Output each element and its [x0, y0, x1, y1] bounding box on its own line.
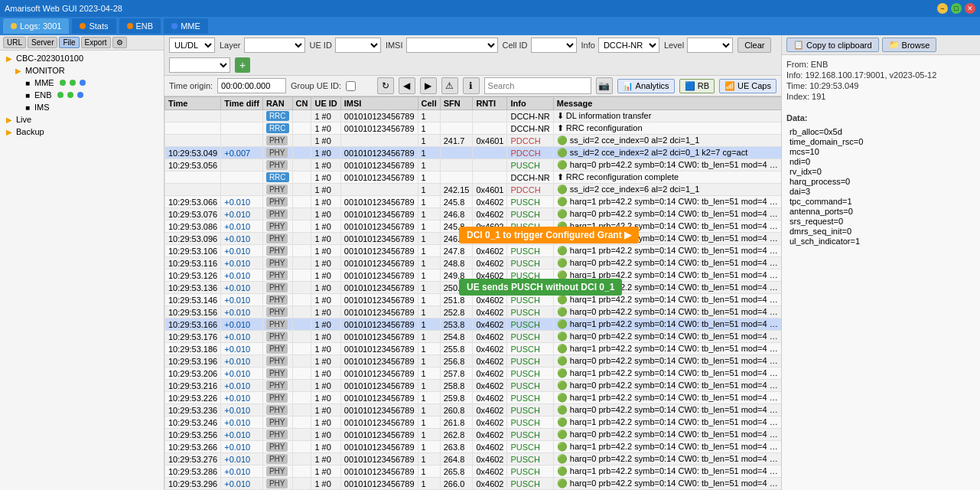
group-ueid-checkbox[interactable]	[346, 81, 356, 91]
sidebar-item-backup[interactable]: ▶ Backup	[2, 126, 162, 138]
sidebar-item-cbc[interactable]: ▶ CBC-2023010100	[2, 52, 162, 64]
sidebar-nav-btn[interactable]: URL	[3, 37, 26, 48]
info-select[interactable]: DCCH-NR	[598, 38, 659, 53]
table-container[interactable]: Time Time diff RAN CN UE ID IMSI Cell SF…	[164, 96, 781, 490]
cell-cell: 1	[418, 220, 440, 233]
cell-cell: 1	[418, 257, 440, 270]
table-row[interactable]: 10:29:53.226 +0.010 PHY 1 #0 00101012345…	[165, 392, 782, 404]
add-filter-button[interactable]: +	[235, 57, 250, 73]
table-row[interactable]: RRC 1 #0 001010123456789 1 DCCH-NR ⬆ RRC…	[165, 172, 782, 184]
table-row[interactable]: RRC 1 #0 001010123456789 1 DCCH-NR ⬇ DL …	[165, 110, 782, 122]
camera-icon-button[interactable]: 📷	[596, 77, 613, 94]
table-row[interactable]: 10:29:53.296 +0.010 PHY 1 #0 00101012345…	[165, 478, 782, 490]
browse-button[interactable]: 📁 Browse	[882, 38, 937, 52]
cell-cell: 1	[418, 122, 440, 135]
table-row[interactable]: 10:29:53.126 +0.010 PHY 1 #0 00101012345…	[165, 270, 782, 282]
table-row[interactable]: 10:29:53.186 +0.010 PHY 1 #0 00101012345…	[165, 343, 782, 355]
time-origin-input[interactable]	[217, 78, 286, 93]
table-row[interactable]: 10:29:53.276 +0.010 PHY 1 #0 00101012345…	[165, 453, 782, 466]
table-row[interactable]: PHY 1 #0 1 241.7 0x4601 PDCCH 🟢 ss_id=2 …	[165, 135, 782, 147]
ue-caps-button[interactable]: 📶 UE Caps	[719, 79, 777, 93]
imsi-select[interactable]	[406, 38, 498, 53]
table-row[interactable]: 10:29:53.106 +0.010 PHY 1 #0 00101012345…	[165, 245, 782, 257]
cell-rnti: 0x4602	[473, 270, 507, 282]
cell-message: 🟢 harq=0 prb=42.2 symb=0:14 CW0: tb_len=…	[553, 380, 781, 392]
cell-message: 🟢 harq=0 prb=42.2 symb=0:14 CW0: tb_len=…	[553, 404, 781, 416]
table-row[interactable]: 10:29:53.086 +0.010 PHY 1 #0 00101012345…	[165, 220, 782, 233]
sidebar-label-cbc: CBC-2023010100	[16, 54, 83, 63]
cell-ran: PHY	[262, 270, 292, 282]
sidebar-server-btn[interactable]: Server	[28, 37, 57, 48]
table-row[interactable]: 10:29:53.266 +0.010 PHY 1 #0 00101012345…	[165, 441, 782, 453]
sidebar-item-ims[interactable]: ■ IMS	[2, 101, 162, 113]
table-row[interactable]: 10:29:53.166 +0.010 PHY 1 #0 00101012345…	[165, 318, 782, 331]
cell-imsi: 001010123456789	[340, 245, 418, 257]
mode-select[interactable]: UL/DL UL DL	[169, 38, 215, 53]
warning-icon-button[interactable]: ⚠	[441, 77, 458, 94]
layer-select[interactable]	[244, 38, 305, 53]
table-row[interactable]: 10:29:53.049 +0.007 PHY 1 #0 00101012345…	[165, 147, 782, 159]
cell-sfn: 255.8	[440, 343, 473, 355]
table-row[interactable]: 10:29:53.286 +0.010 PHY 1 #0 00101012345…	[165, 466, 782, 478]
cell-imsi: 001010123456789	[340, 368, 418, 380]
info-badge: PUSCH	[510, 198, 540, 207]
level-select[interactable]	[687, 38, 733, 53]
cell-time: 10:29:53.076	[165, 208, 221, 220]
ueid-group: UE ID	[310, 38, 381, 53]
close-button[interactable]: ✕	[965, 3, 975, 14]
layer-badge: PHY	[266, 136, 288, 145]
cell-time: 10:29:53.276	[165, 453, 221, 466]
sidebar-item-mme[interactable]: ■ MME	[2, 77, 162, 89]
table-row[interactable]: 10:29:53.206 +0.010 PHY 1 #0 00101012345…	[165, 368, 782, 380]
copy-clipboard-button[interactable]: 📋 Copy to clipboard	[786, 38, 879, 52]
cell-cell: 1	[418, 453, 440, 466]
table-row[interactable]: PHY 1 #0 1 242.15 0x4601 PDCCH 🟢 ss_id=2…	[165, 184, 782, 196]
refresh-icon-button[interactable]: ↻	[377, 77, 394, 94]
level-group: Level	[664, 38, 733, 53]
table-row[interactable]: 10:29:53.176 +0.010 PHY 1 #0 00101012345…	[165, 331, 782, 343]
tab-logs[interactable]: Logs: 3001	[3, 18, 69, 34]
table-row[interactable]: 10:29:53.136 +0.010 PHY 1 #0 00101012345…	[165, 282, 782, 294]
table-row[interactable]: 10:29:53.216 +0.010 PHY 1 #0 00101012345…	[165, 380, 782, 392]
sidebar-file-btn[interactable]: File	[59, 37, 79, 48]
clear-button[interactable]: Clear	[737, 38, 771, 53]
table-row[interactable]: RRC 1 #0 001010123456789 1 DCCH-NR ⬆ RRC…	[165, 122, 782, 135]
analytics-button[interactable]: 📊 Analytics	[617, 79, 675, 93]
col-imsi: IMSI	[340, 97, 418, 110]
cellid-select[interactable]	[531, 38, 577, 53]
cell-ueid: 1 #0	[311, 294, 340, 306]
table-row[interactable]: 10:29:53.056 PHY 1 #0 001010123456789 1 …	[165, 159, 782, 172]
info-icon-button[interactable]: ℹ	[463, 77, 480, 94]
cell-rnti: 0x4602	[473, 220, 507, 233]
tab-enb[interactable]: ENB	[119, 18, 161, 34]
table-row[interactable]: 10:29:53.156 +0.010 PHY 1 #0 00101012345…	[165, 306, 782, 318]
sidebar-item-monitor[interactable]: ▶ MONITOR	[2, 64, 162, 77]
back-icon-button[interactable]: ◀	[399, 77, 415, 94]
table-row[interactable]: 10:29:53.066 +0.010 PHY 1 #0 00101012345…	[165, 196, 782, 208]
sidebar-item-live[interactable]: ▶ Live	[2, 113, 162, 126]
table-row[interactable]: 10:29:53.196 +0.010 PHY 1 #0 00101012345…	[165, 355, 782, 368]
table-row[interactable]: 10:29:53.146 +0.010 PHY 1 #0 00101012345…	[165, 294, 782, 306]
ueid-select[interactable]	[335, 38, 381, 53]
table-row[interactable]: 10:29:53.246 +0.010 PHY 1 #0 00101012345…	[165, 416, 782, 429]
cell-ran: PHY	[262, 368, 292, 380]
tab-stats[interactable]: Stats	[72, 18, 116, 34]
sidebar-export-btn[interactable]: Export	[81, 37, 111, 48]
search-input[interactable]	[484, 77, 591, 94]
table-row[interactable]: 10:29:53.076 +0.010 PHY 1 #0 00101012345…	[165, 208, 782, 220]
cell-ran: PHY	[262, 392, 292, 404]
table-row[interactable]: 10:29:53.116 +0.010 PHY 1 #0 00101012345…	[165, 257, 782, 270]
table-row[interactable]: 10:29:53.236 +0.010 PHY 1 #0 00101012345…	[165, 404, 782, 416]
table-row[interactable]: 10:29:53.256 +0.010 PHY 1 #0 00101012345…	[165, 429, 782, 441]
rb-button[interactable]: 🟦 RB	[679, 79, 715, 93]
extra-select[interactable]	[169, 57, 230, 73]
maximize-button[interactable]: □	[951, 3, 962, 14]
minimize-button[interactable]: −	[937, 3, 948, 14]
sidebar-options-btn[interactable]: ⚙	[112, 37, 127, 48]
sidebar-item-enb[interactable]: ■ ENB	[2, 89, 162, 101]
cell-cn	[292, 368, 311, 380]
tab-mme[interactable]: MME	[164, 18, 208, 34]
info-badge: PDCCH	[510, 185, 540, 194]
forward-icon-button[interactable]: ▶	[420, 77, 437, 94]
table-row[interactable]: 10:29:53.096 +0.010 PHY 1 #0 00101012345…	[165, 233, 782, 245]
